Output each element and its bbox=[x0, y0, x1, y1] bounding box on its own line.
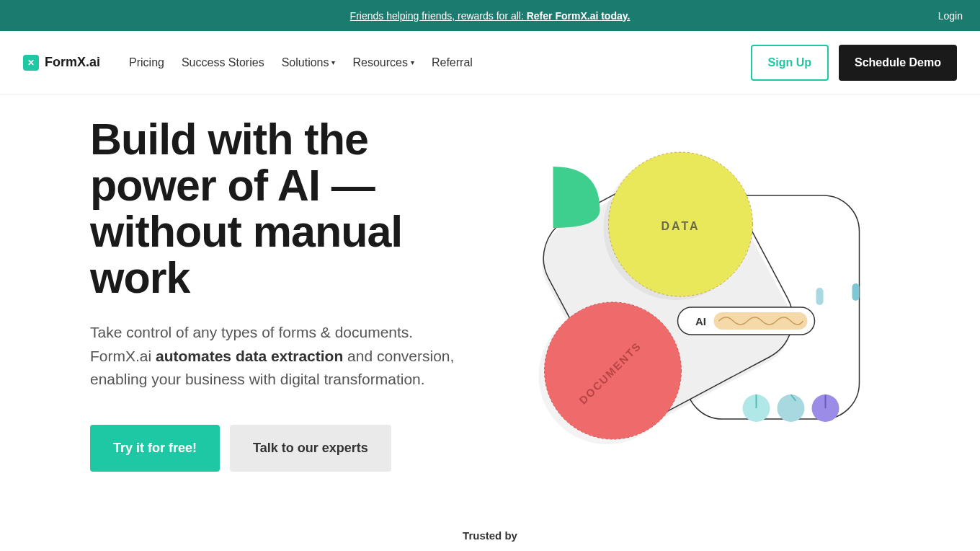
nav-pricing[interactable]: Pricing bbox=[129, 56, 164, 69]
sign-up-button[interactable]: Sign Up bbox=[751, 45, 829, 81]
try-free-button[interactable]: Try it for free! bbox=[90, 425, 220, 472]
logo-icon bbox=[23, 55, 39, 71]
ai-label: AI bbox=[695, 315, 706, 327]
hero-illustration: DATA DOCUMENTS AI bbox=[512, 116, 890, 448]
nav-cta-group: Sign Up Schedule Demo bbox=[751, 45, 957, 81]
svg-point-12 bbox=[778, 394, 805, 422]
talk-experts-button[interactable]: Talk to our experts bbox=[230, 425, 391, 472]
hero-description: Take control of any types of forms & doc… bbox=[90, 321, 468, 392]
login-link[interactable]: Login bbox=[938, 10, 963, 22]
announcement-prefix: Friends helping friends, rewards for all… bbox=[350, 10, 527, 22]
announcement-bold: Refer FormX.ai today. bbox=[527, 10, 631, 22]
svg-rect-10 bbox=[852, 283, 860, 301]
announcement-link[interactable]: Friends helping friends, rewards for all… bbox=[350, 10, 631, 22]
svg-rect-8 bbox=[714, 312, 808, 330]
nav-resources-label: Resources bbox=[352, 56, 407, 69]
data-label: DATA bbox=[661, 220, 700, 232]
hero-cta-group: Try it for free! Talk to our experts bbox=[90, 425, 468, 472]
hero-content: Build with the power of AI — without man… bbox=[90, 116, 468, 472]
logo-text: FormX.ai bbox=[45, 55, 100, 70]
nav-links: Pricing Success Stories Solutions ▾ Reso… bbox=[129, 56, 473, 69]
nav-solutions-label: Solutions bbox=[282, 56, 329, 69]
chevron-down-icon: ▾ bbox=[411, 58, 414, 66]
navbar: FormX.ai Pricing Success Stories Solutio… bbox=[0, 31, 980, 94]
chevron-down-icon: ▾ bbox=[331, 58, 335, 66]
nav-resources[interactable]: Resources ▾ bbox=[352, 56, 414, 69]
nav-solutions[interactable]: Solutions ▾ bbox=[282, 56, 336, 69]
svg-rect-9 bbox=[816, 288, 824, 305]
trusted-by-section: Trusted by bbox=[0, 515, 980, 549]
announcement-bar: Friends helping friends, rewards for all… bbox=[0, 0, 980, 31]
schedule-demo-button[interactable]: Schedule Demo bbox=[839, 45, 957, 81]
hero-desc-bold: automates data extraction bbox=[156, 348, 343, 364]
hero-section: Build with the power of AI — without man… bbox=[0, 94, 980, 515]
trusted-by-label: Trusted by bbox=[0, 529, 980, 542]
logo[interactable]: FormX.ai bbox=[23, 55, 100, 71]
hero-title: Build with the power of AI — without man… bbox=[90, 116, 468, 301]
nav-referral[interactable]: Referral bbox=[432, 56, 473, 69]
illustration-svg: DATA DOCUMENTS AI bbox=[512, 116, 890, 448]
nav-success-stories[interactable]: Success Stories bbox=[182, 56, 264, 69]
